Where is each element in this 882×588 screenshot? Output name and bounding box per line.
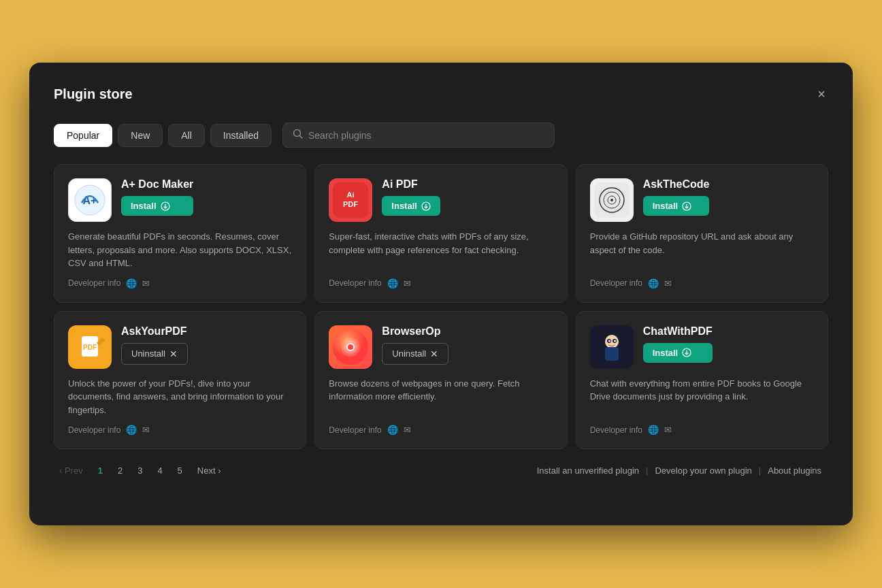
svg-point-29 — [614, 340, 616, 342]
plugin-top: BrowserOp Uninstall ✕ — [329, 325, 553, 369]
email-icon[interactable]: ✉ — [142, 278, 150, 289]
email-icon[interactable]: ✉ — [404, 278, 411, 289]
globe-icon[interactable]: 🌐 — [648, 278, 659, 289]
install-button-aipdf[interactable]: Install — [382, 196, 440, 216]
svg-point-13 — [610, 199, 613, 201]
dev-info: Developer info 🌐 ✉ — [590, 278, 814, 289]
plugin-name: ChatWithPDF — [643, 325, 713, 338]
plugin-top: Ai PDF Ai PDF Install — [329, 178, 553, 222]
globe-icon[interactable]: 🌐 — [387, 278, 398, 289]
tab-all[interactable]: All — [168, 124, 205, 147]
dev-info-label: Developer info — [68, 278, 120, 288]
dev-info-label: Developer info — [329, 278, 381, 288]
dev-info-label: Developer info — [68, 425, 120, 435]
svg-point-28 — [608, 340, 610, 342]
about-plugins-link[interactable]: About plugins — [761, 466, 828, 476]
svg-text:PDF: PDF — [343, 200, 358, 208]
plugin-name-action: A+ Doc Maker Install — [121, 178, 193, 216]
plugin-desc: Generate beautiful PDFs in seconds. Resu… — [68, 230, 292, 270]
pagination-right: Install an unverified plugin | Develop y… — [530, 466, 828, 476]
dev-info-label: Developer info — [590, 425, 642, 435]
email-icon[interactable]: ✉ — [664, 278, 672, 289]
tab-installed[interactable]: Installed — [210, 124, 272, 147]
plugin-name-action: AskYourPDF Uninstall ✕ — [121, 325, 188, 365]
page-5-button[interactable]: 5 — [172, 463, 188, 478]
install-button-askthecode[interactable]: Install — [643, 196, 710, 216]
prev-button[interactable]: ‹ Prev — [54, 463, 88, 478]
plugin-desc: Browse dozens of webpages in one query. … — [329, 377, 553, 404]
dev-info-label: Developer info — [590, 278, 642, 288]
x-icon: ✕ — [169, 348, 178, 359]
plugin-card-browserop: BrowserOp Uninstall ✕ Browse dozens of w… — [314, 311, 567, 450]
install-button-docmaker[interactable]: Install — [121, 196, 193, 216]
plugin-name: AskYourPDF — [121, 325, 188, 338]
svg-point-22 — [348, 344, 353, 350]
svg-line-1 — [300, 136, 303, 139]
plugins-grid: A+ A+ Doc Maker Install Generate beautif… — [54, 164, 828, 449]
plugin-name-action: BrowserOp Uninstall ✕ — [382, 325, 448, 365]
page-4-button[interactable]: 4 — [152, 463, 167, 478]
pagination-left: ‹ Prev 1 2 3 4 5 Next › — [54, 463, 227, 478]
svg-text:Ai: Ai — [347, 191, 355, 199]
tabs-row: Popular New All Installed — [54, 122, 828, 148]
plugin-desc: Chat with everything from entire PDF boo… — [590, 377, 814, 404]
plugin-name: Ai PDF — [382, 178, 440, 191]
plugin-icon-browserop — [329, 325, 372, 369]
plugin-top: A+ A+ Doc Maker Install — [68, 178, 292, 222]
plugin-icon-askyourpdf: PDF — [68, 325, 112, 369]
plugin-name: BrowserOp — [382, 325, 448, 338]
email-icon[interactable]: ✉ — [142, 425, 150, 435]
modal-title: Plugin store — [54, 86, 133, 102]
develop-plugin-link[interactable]: Develop your own plugin — [648, 466, 758, 476]
search-box — [282, 122, 555, 148]
plugin-top: PDF AskYourPDF Uninstall ✕ — [68, 325, 292, 369]
plugin-card-ai-pdf: Ai PDF Ai PDF Install Super-fast, intera… — [314, 164, 567, 303]
dev-info: Developer info 🌐 ✉ — [68, 425, 292, 435]
dev-info: Developer info 🌐 ✉ — [329, 425, 553, 435]
page-3-button[interactable]: 3 — [132, 463, 148, 478]
plugin-card-aplus-doc-maker: A+ A+ Doc Maker Install Generate beautif… — [54, 164, 306, 303]
globe-icon[interactable]: 🌐 — [648, 425, 659, 435]
plugin-desc: Super-fast, interactive chats with PDFs … — [329, 230, 553, 257]
page-2-button[interactable]: 2 — [112, 463, 128, 478]
plugin-top: ChatWithPDF Install — [590, 325, 814, 369]
plugin-name: AskTheCode — [643, 178, 710, 191]
plugin-top: AskTheCode Install — [590, 178, 814, 222]
uninstall-button-askyourpdf[interactable]: Uninstall ✕ — [121, 343, 188, 365]
svg-text:PDF: PDF — [83, 344, 97, 351]
dev-info: Developer info 🌐 ✉ — [329, 278, 553, 289]
page-1-button[interactable]: 1 — [93, 463, 108, 478]
install-unverified-link[interactable]: Install an unverified plugin — [530, 466, 646, 476]
pagination: ‹ Prev 1 2 3 4 5 Next › Install an unver… — [54, 463, 828, 478]
plugin-desc: Provide a GitHub repository URL and ask … — [590, 230, 814, 257]
globe-icon[interactable]: 🌐 — [126, 278, 137, 289]
modal-header: Plugin store × — [54, 84, 828, 103]
plugin-name-action: ChatWithPDF Install — [643, 325, 713, 363]
tab-new[interactable]: New — [118, 124, 163, 147]
plugin-icon-askthecode — [590, 178, 634, 222]
dev-info-label: Developer info — [329, 425, 381, 435]
search-input[interactable] — [308, 130, 544, 141]
email-icon[interactable]: ✉ — [404, 425, 411, 435]
email-icon[interactable]: ✉ — [664, 425, 672, 435]
dev-info: Developer info 🌐 ✉ — [68, 278, 292, 289]
plugin-store-modal: Plugin store × Popular New All Installed — [29, 63, 853, 525]
uninstall-button-browserop[interactable]: Uninstall ✕ — [382, 343, 448, 365]
plugin-desc: Unlock the power of your PDFs!, dive int… — [68, 377, 292, 417]
globe-icon[interactable]: 🌐 — [387, 425, 398, 435]
globe-icon[interactable]: 🌐 — [126, 425, 137, 435]
dev-info: Developer info 🌐 ✉ — [590, 425, 814, 435]
tab-popular[interactable]: Popular — [54, 124, 112, 147]
plugin-card-askthecode: AskTheCode Install Provide a GitHub repo… — [576, 164, 828, 303]
x-icon: ✕ — [430, 348, 438, 359]
search-icon — [293, 129, 303, 142]
plugin-name-action: Ai PDF Install — [382, 178, 440, 216]
close-button[interactable]: × — [815, 84, 828, 103]
plugin-icon-docmaker: A+ — [68, 178, 112, 222]
plugin-card-askyourpdf: PDF AskYourPDF Uninstall ✕ Unlock the po… — [54, 311, 306, 450]
plugin-name: A+ Doc Maker — [121, 178, 193, 191]
plugin-card-chatwithpdf: ChatWithPDF Install Chat with everything… — [576, 311, 828, 450]
next-button[interactable]: Next › — [192, 463, 227, 478]
install-button-chatwithpdf[interactable]: Install — [643, 343, 713, 363]
svg-rect-25 — [605, 347, 619, 361]
